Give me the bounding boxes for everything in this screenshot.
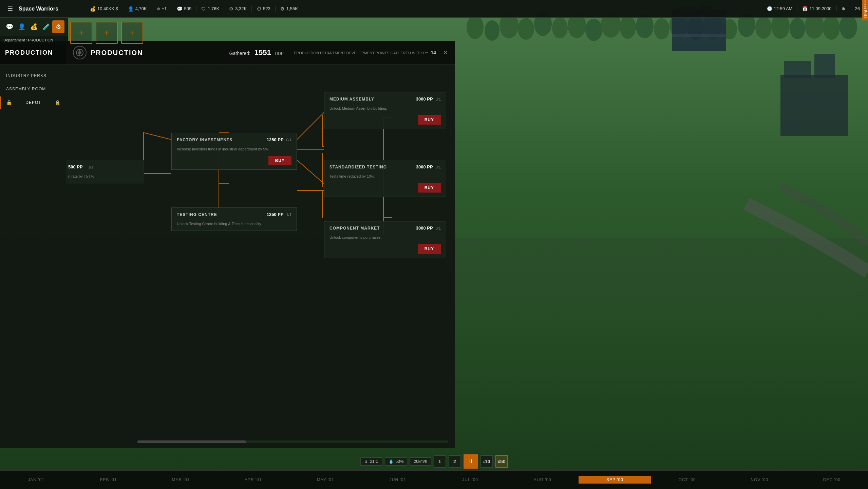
factory-card-header: FACTORY INVESTMENTS 1250 PP 0/1 (172, 133, 297, 145)
date-display: 📅 11.09.2000 (797, 6, 836, 11)
quick-add-btn-3[interactable]: + (121, 22, 143, 44)
messages-icon: 💬 (177, 6, 183, 12)
svg-point-12 (654, 18, 669, 39)
factory-buy-area: BUY (172, 156, 297, 169)
scrollbar-track (137, 440, 448, 443)
stat-bonus: ⊕ +1 (152, 6, 172, 11)
speed-btn-x50[interactable]: x50 (495, 455, 508, 468)
svg-line-40 (297, 160, 324, 184)
perk-card-medium-assembly: MEDIUM ASSEMBLY 3000 PP 0/1 Unlock Mediu… (324, 92, 446, 129)
component-market-buy-btn[interactable]: BUY (418, 244, 441, 254)
component-market-header: COMPONENT MARKET 3000 PP 0/1 (324, 221, 446, 233)
stat-population: 👤 4,70K (123, 6, 152, 12)
component-market-desc: Unlock components purchases. (324, 233, 446, 244)
timeline-mar01[interactable]: MAR '01 (145, 477, 217, 482)
svg-rect-32 (784, 61, 811, 78)
component-market-buy-area: BUY (324, 244, 446, 258)
stat-defense: 🛡 1,76K (196, 6, 224, 12)
nav-flask[interactable]: 🧪 (40, 20, 52, 33)
research-icon: ⏱ (257, 6, 261, 12)
testing-card-header: TESTING CENTRE 1250 PP 1/1 (172, 208, 297, 220)
timeline-may01[interactable]: MAY '01 (289, 477, 362, 482)
testing-card-desc: Unlock Testing Centre building & Tests f… (172, 220, 297, 231)
medium-assembly-desc: Unlock Medium Assembly building. (324, 104, 446, 115)
temperature-display: 🌡 21 C (360, 457, 382, 466)
speed-display: 20km/h (410, 457, 431, 466)
bonus-icon: ⊕ (157, 6, 160, 11)
nav-gear[interactable]: ⚙ (52, 20, 64, 33)
gathered-info: Gathered: 1551 DDP (229, 48, 284, 57)
top-bar-right: 🕐 12:59 AM 📅 11.09.2000 ⊕ 26 (762, 6, 865, 11)
prod-icon: ⚙ (229, 6, 233, 12)
partial-card-header: 500 PP 1/1 (66, 160, 144, 172)
stat-money: 💰 10,40KK $ (85, 6, 123, 12)
timeline-jan01[interactable]: JAN '01 (0, 477, 72, 482)
std-testing-desc: Tests time reduced by 10%. (324, 172, 446, 183)
factory-buy-btn[interactable]: BUY (268, 156, 291, 165)
lock-left-icon: 🔒 (6, 100, 12, 105)
svg-point-6 (552, 17, 568, 38)
speed-btn-1[interactable]: 1 (434, 455, 446, 468)
svg-point-35 (78, 51, 81, 54)
svg-rect-33 (814, 54, 835, 78)
svg-point-18 (755, 16, 772, 39)
sidebar-item-industry-perks[interactable]: INDUSTRY PERKS (0, 70, 66, 82)
menu-icon[interactable]: ☰ (3, 5, 17, 13)
quick-add-bar: + + + (66, 18, 147, 48)
perk-card-component-market: COMPONENT MARKET 3000 PP 0/1 Unlock comp… (324, 221, 446, 258)
temp-icon: 🌡 (364, 459, 368, 464)
std-testing-buy-btn[interactable]: BUY (418, 183, 441, 193)
panel-close-btn[interactable]: ✕ (443, 49, 448, 56)
svg-point-20 (790, 18, 805, 39)
timeline-feb01[interactable]: FEB '01 (72, 477, 145, 482)
partial-card-desc: n rate by [ 5 ] %. (66, 172, 144, 183)
timeline-oct00[interactable]: OCT '00 (651, 477, 723, 482)
breadcrumb: Departament : PRODUCTION (0, 36, 68, 44)
sidebar-item-assembly-room[interactable]: ASSEMBLY ROOM (0, 83, 66, 95)
panel-sidebar: INDUSTRY PERKS ASSEMBLY ROOM 🔒 DEPOT 🔒 (0, 65, 66, 448)
location-display: ⊕ (836, 6, 850, 11)
location-icon: ⊕ (842, 6, 845, 11)
time-display: 🕐 12:59 AM (762, 6, 797, 11)
timeline-nov00[interactable]: NOV '00 (723, 477, 796, 482)
quick-add-btn-1[interactable]: + (70, 22, 92, 44)
svg-line-39 (297, 112, 324, 140)
svg-point-2 (485, 20, 499, 41)
quick-add-btn-2[interactable]: + (96, 22, 118, 44)
population-icon: 👤 (128, 6, 134, 12)
factory-card-desc: Increase investors funds in industrial d… (172, 145, 297, 156)
medium-assembly-buy-btn[interactable]: BUY (418, 115, 441, 125)
timeline-aug00[interactable]: AUG '00 (506, 477, 579, 482)
timeline-apr01[interactable]: APR '01 (217, 477, 289, 482)
speed-btn-2[interactable]: 2 (449, 455, 461, 468)
timeline-jul00[interactable]: JUL '00 (434, 477, 506, 482)
svg-line-38 (144, 133, 171, 140)
industry-icon: ⚙ (280, 6, 285, 12)
timeline-dec00[interactable]: DEC '00 (796, 477, 868, 482)
scrollbar-thumb[interactable] (137, 440, 246, 443)
panel-left-title: PRODUCTION (5, 49, 53, 56)
svg-point-4 (518, 18, 534, 40)
stat-prod: ⚙ 3,32K (224, 6, 251, 12)
humidity-icon: 💧 (389, 459, 394, 464)
std-testing-buy-area: BUY (324, 183, 446, 197)
perk-card-testing: TESTING CENTRE 1250 PP 1/1 Unlock Testin… (171, 207, 297, 231)
perk-card-factory: FACTORY INVESTMENTS 1250 PP 0/1 Increase… (171, 133, 297, 170)
pause-btn[interactable]: ⏸ (464, 454, 478, 469)
speed-btn-10[interactable]: x10 (480, 455, 493, 468)
timeline-jun01[interactable]: JUN '01 (362, 477, 434, 482)
nav-chat[interactable]: 💬 (3, 20, 16, 33)
sidebar-item-depot[interactable]: 🔒 DEPOT 🔒 (0, 96, 66, 109)
timeline-sep00[interactable]: SEP '00 (579, 476, 651, 484)
nav-people[interactable]: 👤 (16, 20, 28, 33)
nav-icons: 💬 👤 💰 🧪 ⚙ (0, 18, 68, 36)
timeline: JAN '01 FEB '01 MAR '01 APR '01 MAY '01 … (0, 470, 868, 489)
perk-card-partial: 500 PP 1/1 n rate by [ 5 ] %. (66, 160, 144, 183)
svg-rect-31 (780, 75, 848, 136)
app-title: Space Warriors (17, 6, 85, 12)
panel-header-icon (73, 46, 87, 59)
nav-money[interactable]: 💰 (28, 20, 40, 33)
weekly-info: PRODUCTION DEPARTMENT DEVELOPMENT POINTS… (294, 50, 436, 55)
stat-messages: 💬 509 (172, 6, 196, 12)
svg-point-10 (620, 16, 636, 39)
